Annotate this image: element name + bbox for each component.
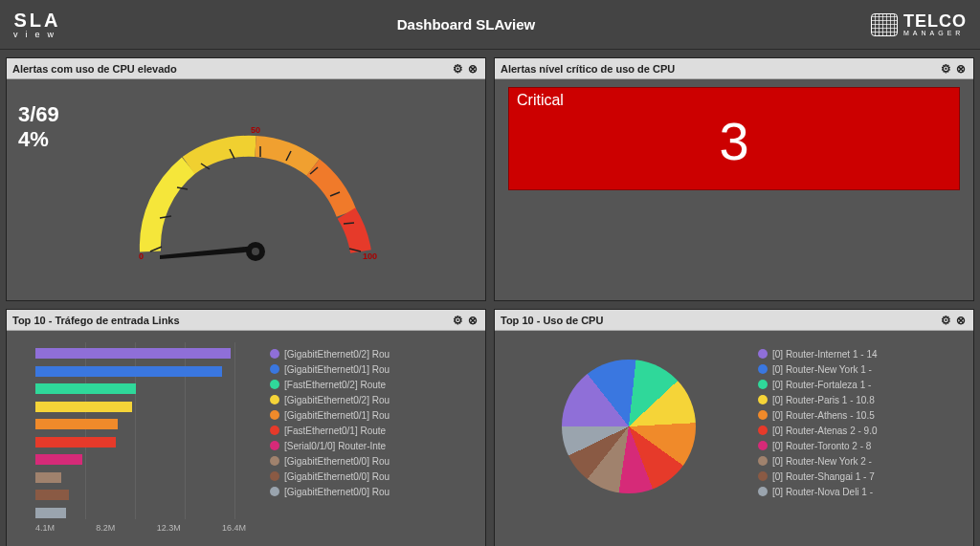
- legend-item[interactable]: [0] Router-Toronto 2 - 8: [758, 438, 968, 453]
- panel-critical: Alertas nível crítico de uso de CPU ⚙ ⊗ …: [494, 57, 974, 301]
- gear-icon[interactable]: ⚙: [939, 314, 952, 327]
- critical-box: Critical 3: [508, 87, 960, 190]
- legend-dot-icon: [270, 364, 279, 374]
- legend-label: [GigabitEthernet0/0] Rou: [284, 471, 390, 482]
- app-logo: SLA view: [13, 10, 61, 39]
- gauge-chart: 0 50 100: [122, 98, 390, 290]
- legend-item[interactable]: [GigabitEthernet0/1] Rou: [270, 407, 479, 423]
- bar-row: [35, 364, 246, 379]
- panel-header: Alertas com uso de CPU elevado ⚙ ⊗: [7, 58, 485, 79]
- page-title: Dashboard SLAview: [397, 16, 535, 33]
- legend-item[interactable]: [0] Router-Atenas 2 - 9.0: [758, 423, 968, 438]
- legend-item[interactable]: [0] Router-Nova Deli 1 -: [758, 484, 968, 499]
- legend-dot-icon: [270, 410, 279, 420]
- legend-dot-icon: [758, 456, 768, 466]
- bar-row: [35, 452, 246, 467]
- legend-label: [0] Router-Paris 1 - 10.8: [772, 395, 875, 405]
- legend-dot-icon: [758, 395, 768, 404]
- legend-item[interactable]: [GigabitEthernet0/2] Rou: [270, 392, 479, 407]
- panel-cpu-gauge: Alertas com uso de CPU elevado ⚙ ⊗ 3/69 …: [6, 57, 486, 301]
- legend-dot-icon: [758, 380, 768, 389]
- panel-header: Top 10 - Uso de CPU ⚙ ⊗: [495, 310, 973, 331]
- gear-icon[interactable]: ⚙: [451, 314, 464, 327]
- legend-label: [GigabitEthernet0/0] Rou: [284, 456, 390, 467]
- legend-dot-icon: [270, 487, 279, 496]
- legend-dot-icon: [270, 441, 279, 450]
- legend-dot-icon: [758, 364, 768, 374]
- panel-cpu-pie: Top 10 - Uso de CPU ⚙ ⊗ [0] Router-Inter…: [494, 309, 974, 546]
- legend-dot-icon: [758, 426, 768, 435]
- legend-dot-icon: [270, 471, 279, 481]
- legend-item[interactable]: [Serial0/1/0] Router-Inte: [270, 438, 479, 453]
- legend-label: [0] Router-Nova Deli 1 -: [772, 487, 873, 497]
- legend-dot-icon: [270, 426, 279, 435]
- gear-icon[interactable]: ⚙: [939, 62, 952, 76]
- legend-item[interactable]: [0] Router-New York 1 -: [758, 361, 968, 377]
- legend-label: [0] Router-Atenas 2 - 9.0: [772, 426, 878, 436]
- legend-dot-icon: [758, 349, 768, 359]
- panel-title: Top 10 - Uso de CPU: [501, 315, 603, 326]
- bar-row: [35, 346, 246, 360]
- legend-dot-icon: [270, 380, 279, 389]
- svg-point-13: [252, 248, 259, 255]
- panel-header: Alertas nível crítico de uso de CPU ⚙ ⊗: [495, 58, 973, 79]
- bar-row: [35, 488, 246, 502]
- bar-row: [35, 470, 246, 485]
- legend-label: [0] Router-Toronto 2 - 8: [772, 441, 871, 451]
- panel-title: Top 10 - Tráfego de entrada Links: [12, 315, 180, 326]
- legend-item[interactable]: [0] Router-Internet 1 - 14: [758, 346, 968, 361]
- traffic-legend: [GigabitEthernet0/2] Rou[GigabitEthernet…: [270, 346, 479, 499]
- legend-label: [GigabitEthernet0/1] Rou: [284, 410, 390, 421]
- legend-item[interactable]: [GigabitEthernet0/0] Rou: [270, 484, 479, 499]
- gear-icon[interactable]: ⚙: [451, 62, 464, 76]
- legend-item[interactable]: [FastEthernet0/2] Route: [270, 377, 479, 392]
- legend-label: [0] Router-Fortaleza 1 -: [772, 380, 871, 390]
- legend-dot-icon: [758, 441, 768, 450]
- cpu-legend: [0] Router-Internet 1 - 14[0] Router-New…: [758, 346, 968, 499]
- legend-label: [GigabitEthernet0/2] Rou: [284, 349, 390, 360]
- critical-value: 3: [509, 113, 959, 170]
- legend-item[interactable]: [0] Router-Athens - 10.5: [758, 407, 968, 423]
- gauge-percent: 4%: [18, 127, 59, 152]
- legend-item[interactable]: [GigabitEthernet0/0] Rou: [270, 453, 479, 469]
- critical-label: Critical: [509, 88, 959, 113]
- brand-logo: TELCO MANAGER: [871, 12, 967, 36]
- bar-row: [35, 382, 246, 396]
- legend-item[interactable]: [0] Router-Shangai 1 - 7: [758, 469, 968, 484]
- bar-row: [35, 506, 246, 520]
- legend-item[interactable]: [GigabitEthernet0/2] Rou: [270, 346, 479, 361]
- panel-traffic: Top 10 - Tráfego de entrada Links ⚙ ⊗ 4.…: [6, 309, 486, 546]
- gauge-ratio: 3/69: [18, 102, 59, 127]
- dashboard-grid: Alertas com uso de CPU elevado ⚙ ⊗ 3/69 …: [0, 50, 980, 546]
- legend-label: [0] Router-Shangai 1 - 7: [772, 471, 875, 482]
- legend-item[interactable]: [GigabitEthernet0/1] Rou: [270, 361, 479, 377]
- legend-dot-icon: [758, 471, 768, 481]
- close-icon[interactable]: ⊗: [466, 314, 479, 327]
- close-icon[interactable]: ⊗: [954, 314, 968, 327]
- close-icon[interactable]: ⊗: [954, 62, 968, 76]
- legend-label: [0] Router-New York 2 -: [772, 456, 872, 467]
- bar-row: [35, 400, 246, 414]
- legend-dot-icon: [270, 395, 279, 404]
- legend-item[interactable]: [0] Router-Paris 1 - 10.8: [758, 392, 968, 407]
- panel-title: Alertas nível crítico de uso de CPU: [501, 63, 675, 75]
- close-icon[interactable]: ⊗: [466, 62, 479, 76]
- svg-line-9: [344, 223, 354, 224]
- legend-item[interactable]: [GigabitEthernet0/0] Rou: [270, 469, 479, 484]
- panel-header: Top 10 - Tráfego de entrada Links ⚙ ⊗: [7, 310, 485, 331]
- bar-chart: [35, 346, 246, 523]
- legend-dot-icon: [270, 456, 279, 466]
- app-header: SLA view Dashboard SLAview TELCO MANAGER: [0, 0, 980, 50]
- legend-label: [Serial0/1/0] Router-Inte: [284, 441, 386, 451]
- legend-label: [0] Router-Athens - 10.5: [772, 410, 875, 421]
- legend-item[interactable]: [0] Router-Fortaleza 1 -: [758, 377, 968, 392]
- legend-dot-icon: [758, 410, 768, 420]
- gauge-min: 0: [139, 251, 144, 261]
- gauge-max: 100: [363, 251, 377, 261]
- legend-item[interactable]: [FastEthernet0/1] Route: [270, 423, 479, 438]
- legend-dot-icon: [270, 349, 279, 359]
- legend-label: [0] Router-New York 1 -: [772, 364, 872, 375]
- legend-item[interactable]: [0] Router-New York 2 -: [758, 453, 968, 469]
- bar-row: [35, 435, 246, 449]
- panel-title: Alertas com uso de CPU elevado: [12, 63, 177, 75]
